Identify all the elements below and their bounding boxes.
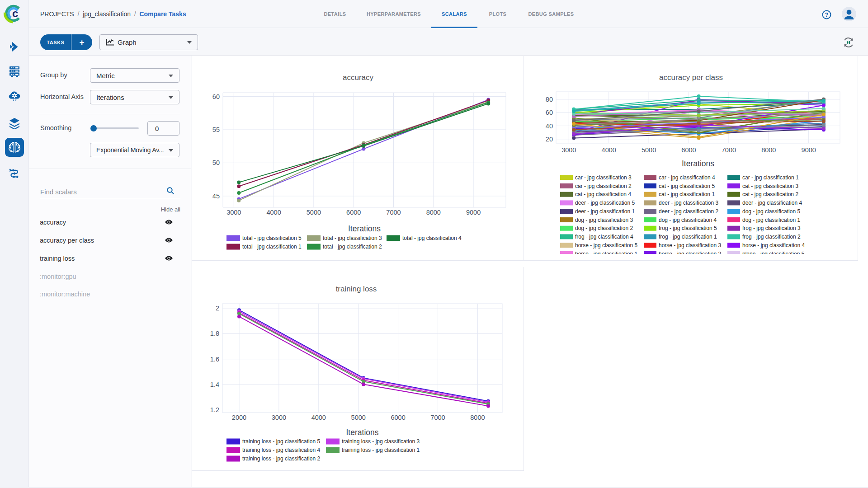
svg-text:total - jpg classification 5: total - jpg classification 5 — [242, 235, 302, 241]
svg-text:frog - jpg classification 4: frog - jpg classification 4 — [575, 234, 633, 240]
svg-text:60: 60 — [546, 109, 553, 116]
svg-text:cat - jpg classification 1: cat - jpg classification 1 — [659, 191, 715, 197]
svg-text:55: 55 — [212, 126, 220, 133]
svg-text:40: 40 — [546, 122, 553, 130]
svg-text:accuracy per class: accuracy per class — [659, 73, 723, 82]
svg-text:8000: 8000 — [426, 209, 441, 216]
svg-text:training loss - jpg classifica: training loss - jpg classification 5 — [242, 438, 320, 445]
svg-text:total - jpg classification 3: total - jpg classification 3 — [323, 235, 382, 241]
svg-text:2000: 2000 — [232, 414, 246, 421]
svg-text:frog - jpg classification 3: frog - jpg classification 3 — [742, 225, 801, 231]
svg-text:3000: 3000 — [561, 146, 576, 154]
svg-text:1.8: 1.8 — [210, 330, 219, 337]
svg-text:training loss - jpg classifica: training loss - jpg classification 3 — [342, 438, 420, 445]
svg-text:car - jpg classification 3: car - jpg classification 3 — [575, 174, 632, 181]
svg-text:1.2: 1.2 — [210, 406, 219, 413]
svg-text:deer - jpg classification 4: deer - jpg classification 4 — [742, 200, 802, 206]
svg-text:car - jpg classification 1: car - jpg classification 1 — [742, 174, 799, 181]
svg-text:frog - jpg classification 5: frog - jpg classification 5 — [659, 225, 717, 231]
svg-text:20: 20 — [546, 136, 553, 143]
svg-text:total - jpg classification 1: total - jpg classification 1 — [242, 244, 302, 250]
svg-text:50: 50 — [212, 159, 220, 166]
svg-text:total - jpg classification 4: total - jpg classification 4 — [402, 235, 462, 241]
svg-text:6000: 6000 — [346, 209, 361, 216]
svg-text:45: 45 — [212, 192, 220, 200]
svg-text:c: c — [12, 7, 18, 19]
svg-text:60: 60 — [212, 93, 220, 100]
svg-text:horse - jpg classification 1: horse - jpg classification 1 — [575, 251, 637, 254]
svg-text:deer - jpg classification 5: deer - jpg classification 5 — [575, 200, 635, 206]
svg-text:total - jpg classification 2: total - jpg classification 2 — [323, 244, 382, 250]
svg-text:Iterations: Iterations — [346, 428, 379, 437]
svg-text:cat - jpg classification 4: cat - jpg classification 4 — [575, 191, 631, 197]
svg-text:training loss - jpg classifica: training loss - jpg classification 2 — [242, 455, 320, 462]
svg-text:9000: 9000 — [466, 209, 481, 216]
svg-text:Iterations: Iterations — [348, 224, 381, 233]
svg-text:5000: 5000 — [307, 209, 321, 216]
svg-text:5000: 5000 — [642, 146, 656, 154]
svg-text:deer - jpg classification 3: deer - jpg classification 3 — [659, 200, 718, 206]
svg-text:training loss: training loss — [336, 285, 377, 293]
svg-text:deer - jpg classification 2: deer - jpg classification 2 — [659, 208, 718, 215]
svg-text:dog - jpg classification 1: dog - jpg classification 1 — [742, 217, 800, 223]
svg-text:frog - jpg classification 2: frog - jpg classification 2 — [742, 234, 801, 240]
svg-text:4000: 4000 — [311, 414, 326, 421]
svg-text:6000: 6000 — [681, 146, 696, 154]
svg-text:3000: 3000 — [272, 414, 286, 421]
svg-text:frog - jpg classification 1: frog - jpg classification 1 — [659, 234, 717, 240]
svg-text:horse - jpg classification 3: horse - jpg classification 3 — [659, 242, 721, 249]
svg-text:training loss - jpg classifica: training loss - jpg classification 4 — [242, 447, 320, 453]
svg-text:training loss - jpg classifica: training loss - jpg classification 1 — [342, 447, 420, 453]
svg-text:80: 80 — [546, 96, 553, 103]
svg-text:dog - jpg classification 3: dog - jpg classification 3 — [575, 217, 633, 223]
svg-text:cat - jpg classification 5: cat - jpg classification 5 — [659, 183, 715, 189]
svg-text:deer - jpg classification 1: deer - jpg classification 1 — [575, 208, 635, 215]
svg-text:7000: 7000 — [722, 146, 736, 154]
svg-text:8000: 8000 — [761, 146, 776, 154]
svg-text:4000: 4000 — [266, 209, 281, 216]
svg-text:Iterations: Iterations — [682, 159, 714, 168]
svg-text:car - jpg classification 2: car - jpg classification 2 — [575, 183, 632, 189]
svg-text:4000: 4000 — [602, 146, 616, 154]
svg-text:2: 2 — [216, 305, 219, 312]
svg-text:1.6: 1.6 — [210, 356, 219, 363]
svg-text:horse - jpg classification 2: horse - jpg classification 2 — [659, 251, 721, 254]
svg-text:car - jpg classification 4: car - jpg classification 4 — [659, 174, 715, 181]
svg-text:horse - jpg classification 5: horse - jpg classification 5 — [575, 242, 637, 249]
svg-text:?: ? — [825, 12, 828, 18]
svg-text:6000: 6000 — [391, 414, 405, 421]
svg-text:cat - jpg classification 3: cat - jpg classification 3 — [742, 183, 798, 189]
svg-text:horse - jpg classification 4: horse - jpg classification 4 — [742, 242, 805, 249]
svg-text:cat - jpg classification 2: cat - jpg classification 2 — [742, 191, 798, 197]
svg-text:plane - jpg classification 5: plane - jpg classification 5 — [742, 251, 805, 254]
svg-text:5000: 5000 — [351, 414, 366, 421]
svg-text:3000: 3000 — [226, 209, 241, 216]
svg-text:7000: 7000 — [430, 414, 445, 421]
svg-text:9000: 9000 — [802, 146, 816, 154]
svg-text:8000: 8000 — [470, 414, 485, 421]
svg-text:dog - jpg classification 4: dog - jpg classification 4 — [659, 217, 717, 223]
svg-text:1.4: 1.4 — [210, 381, 219, 388]
svg-text:7000: 7000 — [386, 209, 401, 216]
svg-text:accuracy: accuracy — [343, 73, 374, 82]
svg-text:dog - jpg classification 2: dog - jpg classification 2 — [575, 225, 633, 231]
svg-text:dog - jpg classification 5: dog - jpg classification 5 — [742, 208, 800, 215]
